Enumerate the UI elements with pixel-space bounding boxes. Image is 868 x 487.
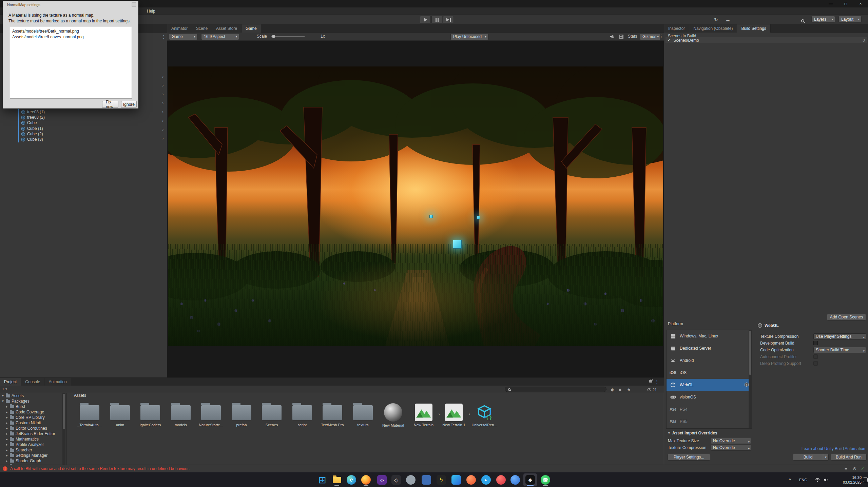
player-settings-button[interactable]: Player Settings... <box>668 454 710 461</box>
taskbar-app-13[interactable] <box>494 473 508 486</box>
asset-material[interactable]: New Material <box>378 400 408 436</box>
hierarchy-item[interactable]: tree03 (1) <box>0 109 167 115</box>
tab-scene[interactable]: Scene <box>192 24 212 33</box>
scene-enabled-checkbox[interactable]: ✓ <box>668 38 671 42</box>
display-dropdown[interactable]: Game <box>169 33 197 40</box>
platform-windows[interactable]: Windows, Mac, Linux <box>667 330 752 342</box>
pause-button[interactable] <box>431 16 442 23</box>
taskbar-firefox[interactable] <box>359 473 373 486</box>
tree-item[interactable]: ▸Searcher <box>0 447 66 453</box>
asset-terrain[interactable]: › New Terrain <box>409 400 439 436</box>
save-search-icon[interactable]: ★ <box>627 387 631 392</box>
hierarchy-item[interactable]: Cube (2) <box>0 131 167 137</box>
fix-now-button[interactable]: Fix now <box>102 101 118 108</box>
chevron-right-icon[interactable]: › <box>162 100 163 105</box>
asset-folder[interactable]: prefab <box>227 400 256 436</box>
build-and-run-button[interactable]: Build And Run <box>831 454 867 461</box>
platform-list-scrollbar[interactable] <box>749 330 752 428</box>
step-button[interactable] <box>443 16 454 23</box>
undo-history-icon[interactable]: ↻ <box>714 17 718 22</box>
code-optimization-dropdown[interactable]: Shorter Build Time <box>813 347 866 353</box>
activity-icon[interactable]: ≡ <box>845 466 847 471</box>
hierarchy-item[interactable]: tree03 (2) <box>0 115 167 120</box>
lock-icon[interactable] <box>649 380 652 383</box>
tab-build-settings[interactable]: Build Settings <box>737 24 770 33</box>
tree-scrollbar[interactable] <box>62 393 65 465</box>
asset-folder[interactable]: anim <box>105 400 135 436</box>
project-search-input[interactable] <box>505 387 606 392</box>
minimize-button[interactable]: — <box>823 0 838 7</box>
tree-item[interactable]: ▸Custom NUnit <box>0 420 66 426</box>
ignore-button[interactable]: Ignore <box>121 101 137 108</box>
asset-folder[interactable]: NatureStarte... <box>196 400 226 436</box>
hierarchy-menu-icon[interactable]: ⋮ <box>161 35 166 39</box>
tab-navigation[interactable]: Navigation (Obsolete) <box>689 24 737 33</box>
texture-compression-dropdown[interactable]: Use Player Settings <box>813 333 866 339</box>
taskbar-edge[interactable]: e <box>345 473 358 486</box>
override-texture-compression-dropdown[interactable]: No Override <box>711 445 751 451</box>
game-panel-menu-icon[interactable]: ⋮ <box>659 34 663 38</box>
tab-asset-store[interactable]: Asset Store <box>212 24 242 33</box>
chevron-right-icon[interactable]: › <box>162 74 163 79</box>
build-button[interactable]: Build ▾ <box>793 454 829 461</box>
chevron-right-icon[interactable]: › <box>162 127 163 132</box>
tab-inspector[interactable]: Inspector <box>664 24 689 33</box>
development-build-checkbox[interactable] <box>813 341 818 345</box>
notifications-icon[interactable] <box>863 472 868 487</box>
taskbar-app-9[interactable]: ϟ <box>435 473 448 486</box>
search-icon[interactable] <box>801 18 804 23</box>
tree-item[interactable]: ▸Mathematics <box>0 436 66 442</box>
tree-item[interactable]: ▸JetBrains Rider Editor <box>0 431 66 436</box>
create-asset-button[interactable]: +▾ <box>2 387 7 391</box>
close-button[interactable]: × <box>853 0 868 7</box>
maximize-button[interactable]: □ <box>838 0 853 7</box>
project-menu-icon[interactable]: ⋮ <box>655 379 659 384</box>
chevron-right-icon[interactable]: › <box>162 92 163 97</box>
stats-toggle[interactable]: Stats <box>628 34 637 39</box>
search-by-label-icon[interactable]: ■ <box>619 387 621 392</box>
cache-server-icon[interactable]: ⊙ <box>853 466 856 471</box>
tree-item[interactable]: ▸Burst <box>0 404 66 409</box>
asset-import-overrides-foldout[interactable]: Asset Import Overrides <box>668 431 717 435</box>
tab-console[interactable]: Console <box>21 378 44 386</box>
gizmos-dropdown[interactable]: Gizmos <box>640 33 661 40</box>
tree-item[interactable]: ▸Profile Analyzer <box>0 442 66 447</box>
scale-slider[interactable] <box>271 36 305 37</box>
layers-dropdown[interactable]: Layers <box>811 16 835 23</box>
platform-android[interactable]: Android <box>667 354 752 367</box>
asset-folder[interactable]: Scenes <box>257 400 287 436</box>
tab-animation[interactable]: Animation <box>44 378 71 386</box>
mute-audio-icon[interactable] <box>610 35 615 40</box>
tab-game[interactable]: Game <box>242 24 261 33</box>
autoconnect-profiler-checkbox[interactable] <box>813 354 818 359</box>
volume-icon[interactable] <box>824 472 828 487</box>
tree-item-packages[interactable]: ▼Packages <box>0 398 66 404</box>
layout-dropdown[interactable]: Layout <box>838 16 862 23</box>
taskbar-app-11[interactable] <box>464 473 478 486</box>
taskbar-start[interactable]: ⊞ <box>315 473 329 486</box>
chevron-right-icon[interactable]: › <box>162 83 163 88</box>
tree-item[interactable]: ▸Code Coverage <box>0 409 66 415</box>
hierarchy-item[interactable]: Cube (3) <box>0 137 167 142</box>
tree-item[interactable]: ▸Core RP Library <box>0 415 66 420</box>
hidden-packages-toggle[interactable]: 21 <box>647 388 657 392</box>
taskbar-app-8[interactable] <box>420 473 433 486</box>
taskbar-app-10[interactable] <box>449 473 463 486</box>
dialog-close-button[interactable] <box>132 2 136 7</box>
tab-project[interactable]: Project <box>0 378 21 386</box>
platform-ps5[interactable]: PS5 PS5 <box>667 415 752 428</box>
language-indicator[interactable]: ENG <box>799 472 807 487</box>
chevron-right-icon[interactable]: › <box>162 136 163 141</box>
taskbar-visual-studio[interactable]: ∞ <box>375 473 389 486</box>
asset-folder[interactable]: script <box>287 400 317 436</box>
platform-ios[interactable]: iOS iOS <box>667 367 752 379</box>
status-bar[interactable]: ! A call to Blit with source and dest se… <box>0 465 868 472</box>
cloud-services-icon[interactable]: ☁ <box>725 17 730 22</box>
file-list-item[interactable]: Assets/models/tree/Leaves_normal.png <box>12 34 130 40</box>
platform-dedicated-server[interactable]: Dedicated Server <box>667 342 752 354</box>
hierarchy-item[interactable]: Cube (1) <box>0 126 167 131</box>
tree-item-assets[interactable]: ▼Assets <box>0 393 66 398</box>
dialog-file-list[interactable]: Assets/models/tree/Bark_normal.png Asset… <box>10 27 132 99</box>
menu-help[interactable]: Help <box>144 7 158 15</box>
platform-ps4[interactable]: PS4 PS4 <box>667 403 752 415</box>
